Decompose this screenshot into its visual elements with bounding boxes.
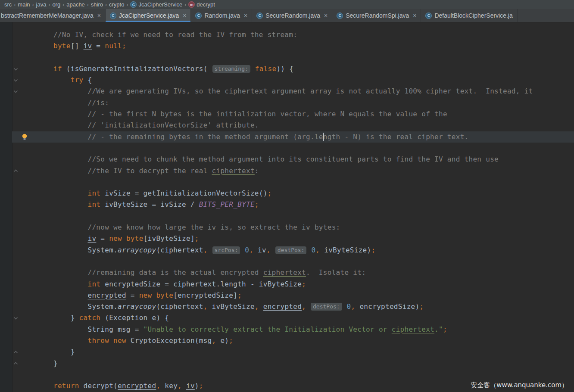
breadcrumb-item-crypto[interactable]: crypto	[109, 1, 124, 8]
code-line[interactable]: try {	[12, 75, 574, 86]
code-line[interactable]: int ivSize = getInitializationVectorSize…	[12, 188, 574, 199]
token: ;	[237, 291, 242, 299]
tab-bstractRememberMeManager.java[interactable]: bstractRememberMeManager.java×	[0, 9, 106, 22]
breadcrumb-separator: ›	[32, 2, 34, 8]
breadcrumb-item-jcacipherservice[interactable]: CJcaCipherService	[130, 1, 182, 8]
code-text: int encryptedSize = ciphertext.length - …	[39, 279, 306, 290]
token: int	[87, 200, 100, 208]
code-line[interactable]: System.arraycopy(ciphertext, srcPos: 0, …	[12, 245, 574, 256]
gutter	[12, 324, 39, 335]
tab-bar: bstractRememberMeManager.java×CJcaCipher…	[0, 9, 574, 22]
gutter	[12, 335, 39, 346]
code-line[interactable]: } catch (Exception e) {	[12, 312, 574, 324]
breadcrumb-item-shiro[interactable]: shiro	[91, 1, 103, 8]
breadcrumb-item-apache[interactable]: apache	[66, 1, 85, 8]
code-line[interactable]: }	[12, 346, 574, 358]
breadcrumb-bar: src›main›java›org›apache›shiro›crypto›CJ…	[0, 0, 574, 9]
code-text: try {	[39, 75, 92, 86]
intention-bulb-icon[interactable]	[12, 131, 39, 143]
token: iv	[87, 234, 96, 243]
breadcrumb-label: decrypt	[197, 1, 215, 8]
breadcrumb-item-decrypt[interactable]: mdecrypt	[188, 1, 215, 8]
code-line[interactable]: //No IV, check if we need to read the IV…	[12, 29, 574, 40]
code-line[interactable]: //now we know how large the iv is, so ex…	[12, 222, 574, 233]
tab-DefaultBlockCipherService.ja[interactable]: CDefaultBlockCipherService.ja	[421, 9, 517, 22]
code-line[interactable]: throw new CryptoException(msg, e);	[12, 335, 574, 346]
code-line[interactable]	[12, 369, 574, 380]
code-line[interactable]: int ivByteSize = ivSize / BITS_PER_BYTE;	[12, 199, 574, 210]
code-line[interactable]: // - the first N bytes is the initializa…	[12, 109, 574, 120]
code-text: int ivByteSize = ivSize / BITS_PER_BYTE;	[39, 199, 259, 210]
token: ,	[203, 302, 208, 311]
fold-marker-icon[interactable]	[12, 75, 39, 86]
token: ciphertext	[263, 268, 306, 277]
close-icon[interactable]: ×	[183, 12, 186, 19]
close-icon[interactable]: ×	[97, 12, 101, 19]
code-line[interactable]	[12, 211, 574, 222]
close-icon[interactable]: ×	[324, 12, 328, 19]
token: //the IV to decrypt the real	[87, 167, 212, 175]
token: System.	[87, 246, 118, 254]
tab-Random.java[interactable]: CRandom.java×	[191, 9, 252, 22]
token: }	[53, 359, 58, 367]
breadcrumb-item-src[interactable]: src	[4, 1, 12, 8]
code-line[interactable]: int encryptedSize = ciphertext.length - …	[12, 279, 574, 290]
gutter	[12, 267, 39, 278]
code-area[interactable]: //No IV, check if we need to read the IV…	[12, 29, 574, 392]
fold-marker-icon[interactable]	[12, 312, 39, 324]
tab-JcaCipherService.java[interactable]: CJcaCipherService.java×	[106, 9, 191, 22]
code-text: System.arraycopy(ciphertext, srcPos: 0, …	[39, 245, 375, 256]
code-line[interactable]: //remaining data is the actual encrypted…	[12, 267, 574, 278]
param-hint: destPos:	[311, 303, 342, 311]
gutter	[12, 97, 39, 109]
gutter	[12, 40, 39, 52]
code-line[interactable]: }	[12, 358, 574, 369]
token: ivByteSize)	[320, 246, 371, 254]
code-line[interactable]: // - the remaining bytes in the method a…	[12, 131, 574, 143]
tab-SecureRandom.java[interactable]: CSecureRandom.java×	[252, 9, 332, 22]
code-line[interactable]: //is:	[12, 97, 574, 109]
fold-marker-icon[interactable]	[12, 63, 39, 75]
code-line[interactable]: String msg = "Unable to correctly extrac…	[12, 324, 574, 335]
code-line[interactable]	[12, 177, 574, 188]
token: ,	[266, 246, 271, 254]
token: 0	[311, 246, 315, 254]
code-line[interactable]: //We are generating IVs, so the cipherte…	[12, 86, 574, 97]
fold-marker-icon[interactable]	[12, 358, 39, 369]
breadcrumb-separator: ›	[87, 2, 89, 8]
fold-marker-icon[interactable]	[12, 86, 39, 97]
token	[253, 246, 258, 254]
fold-marker-icon[interactable]	[12, 346, 39, 358]
token: CryptoException(msg	[126, 336, 212, 345]
code-line[interactable]	[12, 256, 574, 267]
code-line[interactable]	[12, 143, 574, 154]
gutter	[12, 233, 39, 244]
code-line[interactable]: //the IV to decrypt the real ciphertext:	[12, 165, 574, 177]
close-icon[interactable]: ×	[413, 12, 416, 19]
code-line[interactable]	[12, 52, 574, 63]
code-line[interactable]: if (isGenerateInitializationVectors( str…	[12, 63, 574, 75]
editor[interactable]: //No IV, check if we need to read the IV…	[0, 22, 574, 392]
breadcrumb-label: org	[52, 1, 60, 8]
breadcrumb-label: JcaCipherService	[138, 1, 182, 8]
code-line[interactable]: //So we need to chunk the method argumen…	[12, 154, 574, 165]
breadcrumb-item-org[interactable]: org	[52, 1, 60, 8]
code-line[interactable]: System.arraycopy(ciphertext, ivByteSize,…	[12, 301, 574, 312]
tab-label: SecureRandom.java	[265, 12, 320, 19]
token: )	[195, 382, 199, 390]
breadcrumb-separator: ›	[105, 2, 107, 8]
token: ."	[434, 325, 443, 333]
breadcrumb-item-main[interactable]: main	[18, 1, 30, 8]
code-line[interactable]: iv = new byte[ivByteSize];	[12, 233, 574, 244]
fold-marker-icon[interactable]	[12, 165, 39, 177]
class-icon: C	[130, 1, 137, 8]
token: "Unable to correctly extract the Initial…	[144, 325, 392, 333]
tab-SecureRandomSpi.java[interactable]: CSecureRandomSpi.java×	[332, 9, 421, 22]
code-line[interactable]: // 'initializationVectorSize' attribute.	[12, 120, 574, 131]
breadcrumb-item-java[interactable]: java	[36, 1, 47, 8]
close-icon[interactable]: ×	[244, 12, 247, 19]
code-line[interactable]: encrypted = new byte[encryptedSize];	[12, 290, 574, 301]
class-icon: C	[425, 12, 432, 19]
code-line[interactable]: byte[] iv = null;	[12, 40, 574, 52]
gutter	[12, 290, 39, 301]
